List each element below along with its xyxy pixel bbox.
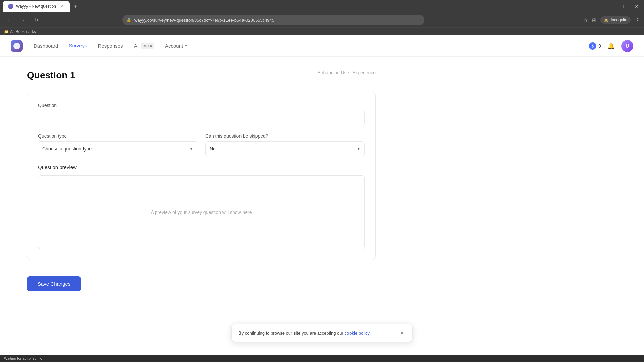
- url-text: wayyy.co/survey/new-question/85c7dcff-7e…: [134, 18, 420, 23]
- window-controls: — □ ✕: [608, 2, 641, 11]
- preview-section: Question preview A preview of your surve…: [38, 164, 365, 249]
- main-content: Question 1 Enhancing User Experience Que…: [0, 57, 402, 305]
- bookmark-star-icon[interactable]: ☆: [583, 17, 588, 23]
- nav-right: 0 🔔 U: [589, 40, 633, 52]
- nav-account-label: Account: [165, 43, 183, 49]
- all-bookmarks-label: All Bookmarks: [10, 29, 36, 34]
- nav-surveys[interactable]: Surveys: [69, 41, 87, 50]
- can-skip-col: Can this question be skipped? No Yes ▼: [205, 133, 365, 156]
- toolbar-right: ☆ ⊞ 🕵 Incognito ⋮: [583, 16, 640, 24]
- notifications-bell-icon[interactable]: 🔔: [606, 41, 616, 51]
- cookie-message: By continuing to browse our site you are…: [238, 330, 343, 336]
- can-skip-wrapper: No Yes ▼: [205, 141, 365, 156]
- credits-lightning-icon: [590, 44, 595, 48]
- avatar-initials: U: [626, 43, 629, 49]
- credits-icon: [589, 42, 596, 50]
- account-chevron-icon: ▼: [184, 44, 188, 48]
- browser-status-bar: Waiting for api.pirsch.io...: [0, 355, 644, 362]
- question-type-col: Question type Choose a question type Tex…: [38, 133, 197, 156]
- credits-display: 0: [589, 42, 601, 50]
- tab-favicon: [8, 4, 13, 9]
- refresh-button[interactable]: ↻: [31, 15, 42, 25]
- question-type-select[interactable]: Choose a question type Text Multiple Cho…: [38, 141, 197, 156]
- bookmarks-bar: 📁 All Bookmarks: [0, 27, 644, 35]
- svg-marker-0: [591, 44, 594, 48]
- cookie-text: By continuing to browse our site you are…: [238, 330, 395, 336]
- nav-dashboard[interactable]: Dashboard: [34, 42, 58, 50]
- browser-toolbar: ← → ↻ 🔒 wayyy.co/survey/new-question/85c…: [0, 13, 644, 27]
- close-window-button[interactable]: ✕: [632, 2, 641, 11]
- maximize-button[interactable]: □: [620, 2, 629, 11]
- nav-ai[interactable]: AI BETA: [134, 42, 154, 50]
- incognito-label: Incognito: [611, 18, 627, 22]
- question-input[interactable]: [38, 111, 365, 125]
- main-nav: Dashboard Surveys Responses AI BETA Acco…: [0, 35, 644, 57]
- tab-title: Wayyy - New question: [16, 4, 56, 9]
- preview-section-label: Question preview: [38, 164, 365, 170]
- new-tab-button[interactable]: +: [71, 2, 80, 11]
- ai-beta-badge: BETA: [141, 43, 154, 49]
- save-changes-button[interactable]: Save Changes: [27, 276, 81, 291]
- preview-box: A preview of your survey question will s…: [38, 175, 365, 249]
- app-logo[interactable]: [11, 40, 23, 52]
- survey-name-label: Enhancing User Experience: [317, 70, 376, 75]
- can-skip-select[interactable]: No Yes: [205, 141, 365, 156]
- active-tab[interactable]: Wayyy - New question ✕: [3, 1, 70, 12]
- preview-placeholder-text: A preview of your survey question will s…: [151, 209, 252, 215]
- incognito-badge: 🕵 Incognito: [600, 16, 631, 24]
- question-form-card: Question Question type Choose a question…: [27, 92, 376, 260]
- app: Dashboard Surveys Responses AI BETA Acco…: [0, 35, 644, 337]
- incognito-icon: 🕵: [604, 18, 609, 22]
- extensions-icon[interactable]: ⊞: [592, 17, 596, 23]
- page-title: Question 1: [27, 70, 75, 81]
- user-avatar[interactable]: U: [621, 40, 633, 52]
- credits-count: 0: [598, 43, 601, 49]
- back-button[interactable]: ←: [4, 15, 15, 25]
- can-skip-label: Can this question be skipped?: [205, 133, 365, 139]
- cookie-policy-link[interactable]: cookie policy: [345, 330, 370, 336]
- forward-button[interactable]: →: [17, 15, 28, 25]
- question-label: Question: [38, 103, 365, 108]
- type-skip-row: Question type Choose a question type Tex…: [38, 133, 365, 156]
- cookie-banner: By continuing to browse our site you are…: [231, 324, 413, 342]
- question-type-label: Question type: [38, 133, 197, 139]
- lock-icon: 🔒: [126, 18, 131, 22]
- page-header: Question 1 Enhancing User Experience: [27, 70, 376, 83]
- tab-bar: Wayyy - New question ✕ + — □ ✕: [0, 0, 644, 13]
- nav-ai-label: AI: [134, 43, 139, 49]
- question-group: Question: [38, 103, 365, 125]
- all-bookmarks-item[interactable]: 📁 All Bookmarks: [4, 29, 36, 34]
- minimize-button[interactable]: —: [608, 2, 617, 11]
- tab-close-button[interactable]: ✕: [59, 4, 64, 9]
- nav-account[interactable]: Account ▼: [165, 43, 188, 49]
- browser-menu-icon[interactable]: ⋮: [635, 17, 640, 23]
- cookie-close-button[interactable]: ×: [399, 329, 406, 336]
- question-type-wrapper: Choose a question type Text Multiple Cho…: [38, 141, 197, 156]
- address-bar[interactable]: 🔒 wayyy.co/survey/new-question/85c7dcff-…: [122, 15, 424, 25]
- status-text: Waiting for api.pirsch.io...: [4, 356, 45, 360]
- logo-inner: [13, 43, 20, 49]
- nav-responses[interactable]: Responses: [98, 42, 123, 50]
- browser-chrome: Wayyy - New question ✕ + — □ ✕ ← → ↻ 🔒 w…: [0, 0, 644, 35]
- bookmarks-folder-icon: 📁: [4, 29, 9, 34]
